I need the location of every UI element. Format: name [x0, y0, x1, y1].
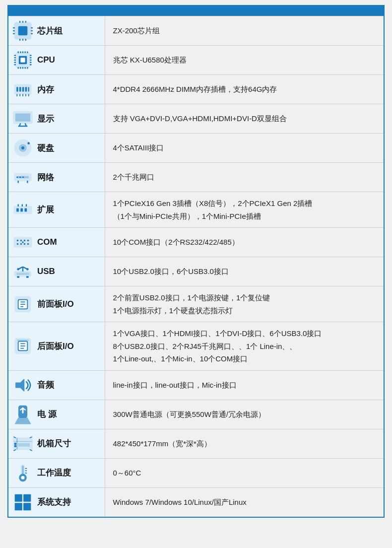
- svg-rect-111: [22, 465, 24, 475]
- audio-value: line-in接口，line-out接口，Mic-in接口: [105, 370, 384, 400]
- svg-point-108: [14, 445, 17, 447]
- memory-value: 4*DDR4 2666MHz DIMM内存插槽，支持64G内存: [105, 75, 384, 104]
- memory-icon: [12, 80, 33, 99]
- svg-point-86: [17, 268, 19, 271]
- front-io-value: 2个前置USB2.0接口，1个电源按键，1个复位键 1个电源指示灯，1个硬盘状态…: [105, 286, 384, 322]
- cpu-icon: [12, 51, 33, 69]
- display-icon: [12, 109, 33, 128]
- svg-rect-39: [19, 87, 21, 91]
- table-row: 系统支持Windows 7/Windows 10/Linux/国产Linux: [8, 487, 384, 517]
- table-row: 扩展1个PCIeX16 Gen 3插槽（X8信号），2个PCIeX1 Gen 2…: [8, 192, 384, 228]
- network-value: 2个千兆网口: [105, 163, 384, 192]
- com-icon: [12, 233, 33, 252]
- com-label: COM: [37, 237, 57, 247]
- audio-label: 音频: [37, 379, 54, 391]
- front-io-icon: [12, 295, 33, 314]
- label-cell: 电 源: [8, 400, 105, 429]
- label-cell: 前面板I/O: [8, 286, 105, 322]
- label-cell: COM: [8, 228, 105, 257]
- display-value: 支持 VGA+DVI-D,VGA+HDMI,HDMI+DVI-D双显组合: [105, 104, 384, 134]
- label-cell: 音频: [8, 370, 105, 400]
- usb-icon: [12, 262, 33, 281]
- table-row: 前面板I/O2个前置USB2.0接口，1个电源按键，1个复位键 1个电源指示灯，…: [8, 286, 384, 322]
- network-label: 网络: [37, 172, 54, 183]
- hdd-label: 硬盘: [37, 142, 54, 154]
- svg-point-107: [14, 442, 17, 445]
- table-row: COM10个COM接口（2个RS232/422/485）: [8, 228, 384, 257]
- svg-point-77: [20, 243, 22, 245]
- rear-io-value: 1个VGA接口、1个HDMI接口、1个DVI-D接口、6个USB3.0接口 8个…: [105, 322, 384, 371]
- svg-point-55: [21, 146, 24, 149]
- svg-rect-120: [23, 503, 31, 510]
- svg-point-74: [24, 240, 26, 242]
- display-label: 显示: [37, 113, 54, 125]
- table-row: 网络2个千兆网口: [8, 163, 384, 192]
- label-cell: USB: [8, 257, 105, 286]
- os-icon: [12, 493, 33, 512]
- hdd-icon: [12, 138, 33, 157]
- table-row: 硬盘4个SATAIII接口: [8, 134, 384, 163]
- svg-rect-38: [16, 87, 18, 91]
- svg-rect-62: [19, 177, 21, 178]
- label-cell: 扩展: [8, 192, 105, 228]
- label-cell: 显示: [8, 104, 105, 134]
- table-header: [8, 5, 384, 16]
- svg-point-87: [26, 268, 29, 271]
- svg-rect-41: [25, 87, 27, 91]
- svg-rect-66: [20, 208, 23, 211]
- audio-icon: [12, 376, 33, 395]
- cpu-label: CPU: [37, 55, 55, 65]
- chipset-icon: [12, 21, 33, 40]
- label-cell: 后面板I/O: [8, 322, 105, 371]
- label-cell: CPU: [8, 46, 105, 75]
- svg-rect-117: [15, 494, 22, 501]
- svg-rect-1: [18, 26, 28, 36]
- svg-point-80: [22, 241, 24, 243]
- table-row: 内存4*DDR4 2666MHz DIMM内存插槽，支持64G内存: [8, 75, 384, 104]
- svg-rect-40: [22, 87, 24, 91]
- svg-rect-89: [26, 276, 29, 278]
- temperature-value: 0～60°C: [105, 458, 384, 487]
- table-row: 音频line-in接口，line-out接口，Mic-in接口: [8, 370, 384, 400]
- chipset-label: 芯片组: [37, 25, 63, 37]
- svg-point-75: [27, 240, 29, 242]
- os-value: Windows 7/Windows 10/Linux/国产Linux: [105, 487, 384, 517]
- label-cell: 芯片组: [8, 16, 105, 46]
- rear-io-icon: [12, 337, 33, 355]
- table-row: 机箱尺寸482*450*177mm（宽*深*高）: [8, 429, 384, 458]
- power-icon: [12, 405, 33, 424]
- svg-rect-65: [16, 208, 19, 211]
- power-value: 300W普通电源（可更换550W普通/冗余电源）: [105, 400, 384, 429]
- usb-label: USB: [37, 267, 55, 276]
- svg-rect-119: [15, 503, 22, 510]
- table-row: 工作温度0～60°C: [8, 458, 384, 487]
- chipset-value: ZX-200芯片组: [105, 16, 384, 46]
- label-cell: 机箱尺寸: [8, 429, 105, 458]
- svg-point-78: [24, 243, 26, 245]
- usb-value: 10个USB2.0接口，6个USB3.0接口: [105, 257, 384, 286]
- svg-rect-49: [15, 114, 30, 122]
- svg-point-79: [27, 243, 29, 245]
- svg-rect-118: [23, 494, 31, 501]
- table-row: USB10个USB2.0接口，6个USB3.0接口: [8, 257, 384, 286]
- label-cell: 硬盘: [8, 134, 105, 163]
- table-title: [8, 5, 384, 16]
- label-cell: 系统支持: [8, 487, 105, 517]
- rear-io-label: 后面板I/O: [37, 341, 74, 352]
- table-row: 后面板I/O1个VGA接口、1个HDMI接口、1个DVI-D接口、6个USB3.…: [8, 322, 384, 371]
- power-label: 电 源: [37, 409, 57, 420]
- svg-rect-63: [22, 177, 24, 178]
- label-cell: 工作温度: [8, 458, 105, 487]
- svg-rect-42: [28, 87, 29, 91]
- svg-point-56: [27, 142, 30, 144]
- memory-label: 内存: [37, 84, 54, 95]
- network-icon: [12, 168, 33, 187]
- label-cell: 网络: [8, 163, 105, 192]
- svg-point-76: [17, 243, 19, 245]
- table-row: 芯片组ZX-200芯片组: [8, 16, 384, 46]
- svg-rect-88: [17, 276, 19, 278]
- spec-table: 芯片组ZX-200芯片组: [7, 5, 385, 518]
- svg-rect-16: [20, 58, 25, 62]
- expansion-icon: [12, 201, 33, 219]
- chassis-label: 机箱尺寸: [37, 438, 71, 449]
